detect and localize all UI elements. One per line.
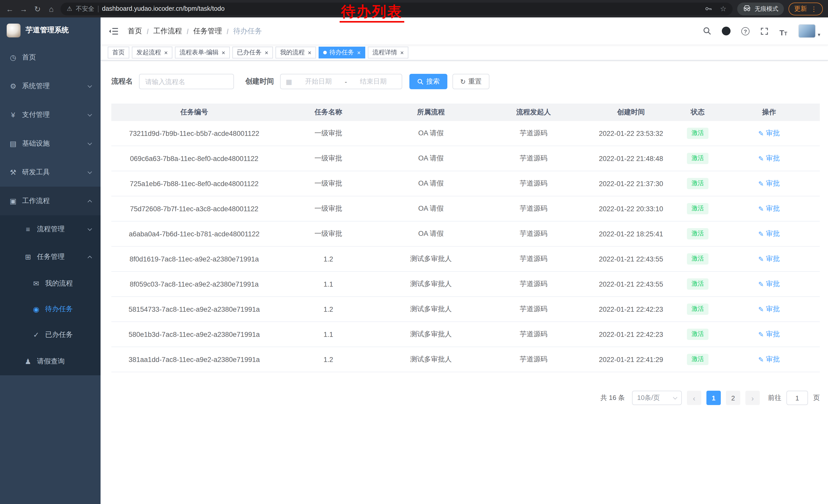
tab-start-process[interactable]: 发起流程 × [132, 47, 172, 58]
goto-page-input[interactable] [786, 391, 808, 405]
task-id-cell: 75d72608-7b7f-11ec-a3c8-acde48001122 [111, 205, 277, 213]
tab-done-tasks[interactable]: 已办任务 × [233, 47, 273, 58]
goto-label: 前往 [768, 393, 781, 403]
sidebar-item-my-process[interactable]: ✉ 我的流程 [0, 271, 100, 296]
tab-close-icon[interactable]: × [164, 49, 168, 56]
tab-my-process[interactable]: 我的流程 × [276, 47, 316, 58]
prev-page-button[interactable]: ‹ [687, 391, 701, 405]
status-cell: 激活 [677, 228, 718, 239]
sidebar-item-workflow[interactable]: ▣ 工作流程 [0, 187, 100, 215]
end-date-placeholder[interactable]: 结束日期 [350, 77, 397, 86]
browser-menu-dots-icon[interactable]: ⋮ [811, 5, 817, 12]
status-badge: 激活 [687, 278, 708, 289]
sidebar-item-home[interactable]: ◷ 首页 [0, 43, 100, 72]
audit-link[interactable]: ✎ 审批 [758, 279, 780, 289]
url-text[interactable]: dashboard.yudao.iocoder.cn/bpm/task/todo [102, 5, 700, 12]
task-name-cell: 1.2 [277, 305, 380, 313]
header-search-icon[interactable] [702, 26, 713, 36]
date-range-picker[interactable]: ▦ 开始日期 - 结束日期 [280, 74, 402, 89]
tab-close-icon[interactable]: × [357, 49, 361, 56]
starter-cell: 芋道源码 [482, 305, 585, 314]
task-name-cell: 1.2 [277, 356, 380, 363]
page-size-select[interactable]: 10条/页 [632, 391, 682, 405]
select-caret-icon [673, 395, 677, 400]
dashboard-icon: ◷ [9, 53, 17, 61]
reset-button[interactable]: ↻ 重置 [452, 74, 489, 89]
audit-link[interactable]: ✎ 审批 [758, 229, 780, 238]
audit-link[interactable]: ✎ 审批 [758, 355, 780, 364]
breadcrumb-task-mgmt[interactable]: 任务管理 [194, 27, 222, 36]
sidebar-item-done-tasks[interactable]: ✓ 已办任务 [0, 322, 100, 348]
fullscreen-icon[interactable] [759, 26, 770, 36]
breadcrumb-workflow[interactable]: 工作流程 [153, 27, 182, 36]
browser-home-icon[interactable]: ⌂ [47, 5, 56, 12]
github-icon[interactable] [721, 26, 732, 36]
user-avatar-menu[interactable]: ▾ [798, 24, 820, 38]
process-cell: OA 请假 [380, 179, 482, 188]
audit-link[interactable]: ✎ 审批 [758, 179, 780, 188]
collapse-sidebar-icon[interactable] [108, 27, 120, 36]
avatar[interactable] [798, 24, 816, 38]
security-label[interactable]: 不安全 [76, 4, 94, 13]
browser-reload-icon[interactable]: ↻ [33, 5, 42, 12]
user-icon: ♟ [24, 357, 32, 366]
sidebar-menu: ◷ 首页 ⚙ 系统管理 ¥ 支付管理 ▤ 基 [0, 43, 100, 375]
status-badge: 激活 [687, 153, 708, 164]
col-actions: 操作 [718, 108, 820, 117]
audit-link[interactable]: ✎ 审批 [758, 254, 780, 264]
audit-link[interactable]: ✎ 审批 [758, 154, 780, 163]
audit-link[interactable]: ✎ 审批 [758, 305, 780, 314]
grid-icon: ⊞ [24, 253, 32, 261]
browser-forward-icon[interactable]: → [19, 5, 28, 12]
next-page-button[interactable]: › [745, 391, 760, 405]
sidebar-item-task-mgmt[interactable]: ⊞ 任务管理 [0, 243, 100, 271]
audit-link[interactable]: ✎ 审批 [758, 204, 780, 213]
sidebar-item-payment[interactable]: ¥ 支付管理 [0, 100, 100, 129]
tab-form-edit[interactable]: 流程表单-编辑 × [175, 47, 230, 58]
task-id-cell: 069c6a63-7b8a-11ec-8ef0-acde48001122 [111, 154, 277, 162]
sidebar-item-system[interactable]: ⚙ 系统管理 [0, 72, 100, 100]
table-row: a6aba0a4-7b6d-11ec-b781-acde48001122 一级审… [111, 222, 820, 246]
app-logo-row[interactable]: 芋道管理系统 [0, 17, 100, 43]
warning-icon: ⚠ [67, 5, 72, 12]
sidebar-item-process-mgmt[interactable]: ≡ 流程管理 [0, 215, 100, 243]
tab-todo-tasks[interactable]: 待办任务 × [319, 47, 365, 58]
audit-link[interactable]: ✎ 审批 [758, 330, 780, 339]
tab-close-icon[interactable]: × [222, 49, 225, 56]
start-date-placeholder[interactable]: 开始日期 [295, 77, 342, 86]
tab-close-icon[interactable]: × [400, 49, 404, 56]
col-task-name: 任务名称 [277, 108, 380, 117]
breadcrumb-home[interactable]: 首页 [128, 27, 142, 36]
sidebar-item-todo-tasks[interactable]: ◉ 待办任务 [0, 296, 100, 322]
sidebar-item-leave-query[interactable]: ♟ 请假查询 [0, 348, 100, 375]
status-cell: 激活 [677, 278, 718, 289]
help-icon[interactable]: ? [740, 26, 750, 36]
bookmark-star-icon[interactable]: ☆ [720, 5, 727, 13]
font-size-icon[interactable]: TT [778, 26, 788, 36]
table-header-row: 任务编号 任务名称 所属流程 流程发起人 创建时间 状态 操作 [111, 103, 820, 121]
address-bar[interactable]: ⚠ 不安全 dashboard.yudao.iocoder.cn/bpm/tas… [60, 2, 733, 15]
password-key-icon[interactable] [704, 4, 714, 14]
browser-back-icon[interactable]: ← [5, 5, 14, 12]
table-row: 580e1b3d-7ac8-11ec-a9e2-a2380e71991a 1.1… [111, 322, 820, 347]
tab-process-detail[interactable]: 流程详情 × [368, 47, 408, 58]
search-button[interactable]: 搜索 [409, 74, 447, 89]
starter-cell: 芋道源码 [482, 179, 585, 188]
audit-link[interactable]: ✎ 审批 [758, 129, 780, 138]
process-name-input[interactable] [139, 74, 234, 89]
chevron-icon [88, 170, 92, 174]
sidebar-item-devtools[interactable]: ⚒ 研发工具 [0, 158, 100, 187]
tab-close-icon[interactable]: × [308, 49, 312, 56]
actions-cell: ✎ 审批 [718, 229, 820, 238]
tab-home[interactable]: 首页 [108, 47, 129, 58]
page-button-1[interactable]: 1 [706, 391, 721, 405]
page-button-2[interactable]: 2 [726, 391, 740, 405]
process-cell: OA 请假 [380, 129, 482, 138]
status-cell: 激活 [677, 253, 718, 264]
tab-close-icon[interactable]: × [265, 49, 268, 56]
todo-task-table: 任务编号 任务名称 所属流程 流程发起人 创建时间 状态 操作 73211d9d… [111, 103, 820, 372]
sidebar-item-infra[interactable]: ▤ 基础设施 [0, 129, 100, 158]
main-area: 首页 / 工作流程 / 任务管理 / 待办任务 ? [100, 17, 828, 504]
browser-update-button[interactable]: 更新 ⋮ [788, 2, 823, 15]
omnibox-divider [98, 5, 98, 12]
